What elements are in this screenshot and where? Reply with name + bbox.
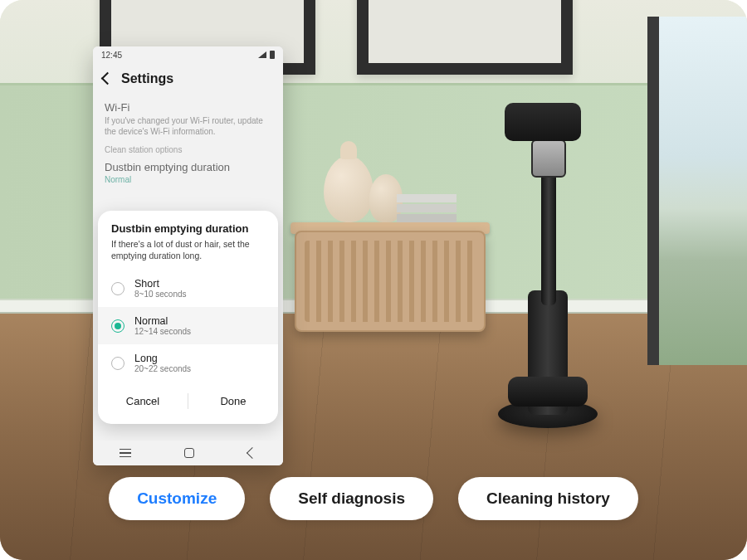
signal-icon	[258, 51, 266, 58]
tab-customize[interactable]: Customize	[109, 477, 245, 520]
radio-icon	[111, 357, 124, 370]
settings-section-label: Clean station options	[105, 145, 271, 154]
settings-list: Wi-Fi If you've changed your Wi-Fi route…	[93, 95, 283, 184]
settings-item-wifi[interactable]: Wi-Fi If you've changed your Wi-Fi route…	[105, 101, 271, 137]
tab-self-diagnosis[interactable]: Self diagnosis	[270, 477, 433, 520]
nav-back-icon[interactable]	[247, 447, 258, 459]
option-detail: 8~10 seconds	[134, 290, 187, 299]
option-detail: 20~22 seconds	[134, 364, 191, 373]
done-button[interactable]: Done	[188, 388, 278, 414]
vacuum-canister	[531, 139, 566, 178]
battery-icon	[270, 51, 275, 59]
radio-icon	[111, 319, 124, 333]
back-icon[interactable]	[100, 72, 113, 85]
status-time: 12:45	[101, 51, 122, 60]
dialog-actions: Cancel Done	[98, 382, 278, 424]
vacuum-motor-unit	[505, 103, 581, 141]
option-label: Short	[134, 278, 187, 290]
app-bar: Settings	[93, 63, 283, 95]
nav-recents-icon[interactable]	[120, 449, 131, 458]
status-bar: 12:45	[93, 46, 283, 63]
android-nav-bar	[93, 441, 283, 465]
dustbin-dialog: Dustbin emptying duration If there's a l…	[98, 211, 278, 424]
dialog-option-short[interactable]: Short 8~10 seconds	[98, 270, 278, 307]
dialog-title: Dustbin emptying duration	[111, 222, 265, 235]
feature-tabs: Customize Self diagnosis Cleaning histor…	[0, 477, 747, 520]
tab-cleaning-history[interactable]: Cleaning history	[458, 477, 638, 520]
option-detail: 12~14 seconds	[134, 327, 191, 336]
product-scene: 12:45 Settings Wi-Fi If you've changed y…	[0, 0, 747, 560]
settings-item-desc: If you've changed your Wi-Fi router, upd…	[105, 115, 271, 137]
settings-item-title: Dustbin emptying duration	[105, 161, 271, 173]
book-stack	[397, 194, 456, 222]
wall-frame	[357, 0, 573, 75]
option-label: Long	[134, 353, 191, 364]
vacuum-brush-head	[508, 377, 588, 407]
dialog-option-long[interactable]: Long 20~22 seconds	[98, 344, 278, 382]
settings-item-title: Wi-Fi	[105, 101, 271, 114]
app-bar-title: Settings	[121, 71, 173, 86]
cancel-button[interactable]: Cancel	[98, 388, 188, 414]
room-window	[647, 17, 747, 365]
option-label: Normal	[134, 315, 191, 327]
phone-mockup: 12:45 Settings Wi-Fi If you've changed y…	[93, 46, 283, 465]
sideboard	[295, 231, 486, 332]
dialog-option-normal[interactable]: Normal 12~14 seconds	[98, 307, 278, 344]
status-icons	[258, 51, 275, 59]
settings-item-dustbin[interactable]: Dustbin emptying duration Normal	[105, 161, 271, 184]
dialog-desc: If there's a lot of dust or hair, set th…	[111, 238, 265, 261]
vase-large	[324, 156, 374, 222]
nav-home-icon[interactable]	[184, 448, 194, 458]
settings-item-value: Normal	[105, 175, 271, 184]
radio-icon	[111, 282, 124, 295]
